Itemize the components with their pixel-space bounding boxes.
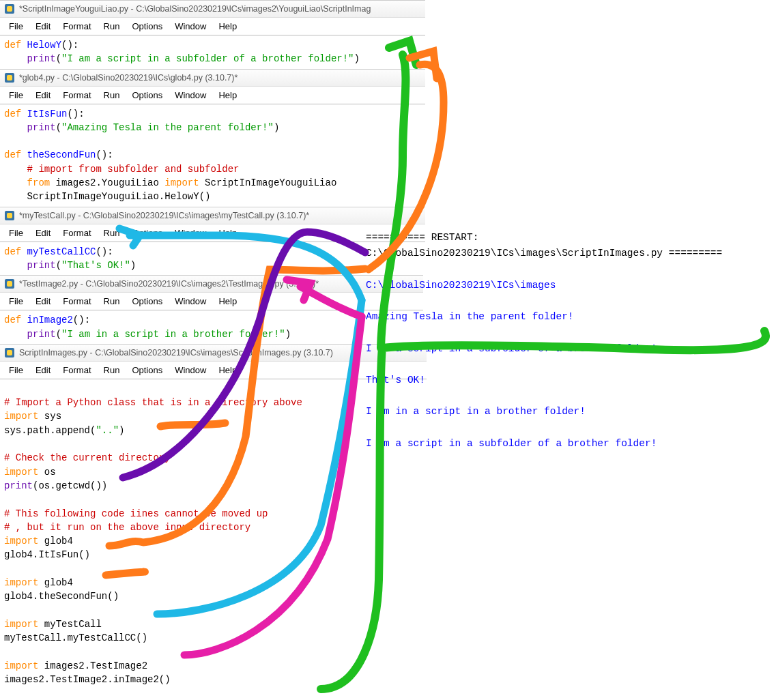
menu-window[interactable]: Window	[169, 88, 212, 102]
output-line: I am a script in a subfolder of a brothe…	[366, 436, 776, 452]
title-bar[interactable]: *TestImage2.py - C:\GlobalSino20230219\I…	[0, 276, 423, 293]
menu-options[interactable]: Options	[126, 294, 169, 308]
svg-rect-5	[7, 213, 12, 218]
window-scriptinimages: ScriptInImages.py - C:\GlobalSino2023021…	[0, 344, 427, 700]
menu-help[interactable]: Help	[212, 363, 243, 377]
menu-format[interactable]: Format	[57, 363, 97, 377]
window-title: *myTestCall.py - C:\GlobalSino20230219\I…	[19, 211, 309, 220]
menu-edit[interactable]: Edit	[29, 226, 57, 240]
menu-run[interactable]: Run	[98, 294, 126, 308]
title-bar[interactable]: *glob4.py - C:\GlobalSino20230219\ICs\gl…	[0, 70, 425, 87]
python-file-icon	[4, 278, 15, 289]
menu-format[interactable]: Format	[57, 19, 97, 33]
svg-rect-7	[7, 281, 12, 287]
window-testimage2: *TestImage2.py - C:\GlobalSino20230219\I…	[0, 275, 423, 344]
menu-file[interactable]: File	[3, 19, 29, 33]
menu-file[interactable]: File	[3, 363, 29, 377]
window-title: ScriptInImages.py - C:\GlobalSino2023021…	[19, 348, 333, 358]
code-editor[interactable]: # Import a Python class that is in a dir…	[0, 379, 427, 700]
output-line: Amazing Tesla in the parent folder!	[366, 309, 776, 325]
code-editor[interactable]: def HelowY(): print("I am a script in a …	[0, 35, 425, 69]
menu-options[interactable]: Options	[126, 363, 169, 377]
code-editor[interactable]: def myTestCallCC(): print("That's OK!")	[0, 242, 425, 276]
menu-run[interactable]: Run	[98, 363, 126, 377]
menu-run[interactable]: Run	[98, 88, 126, 102]
menu-edit[interactable]: Edit	[29, 88, 57, 102]
svg-rect-9	[7, 350, 12, 355]
menu-window[interactable]: Window	[169, 294, 212, 308]
python-file-icon	[4, 72, 15, 83]
title-bar[interactable]: ScriptInImages.py - C:\GlobalSino2023021…	[0, 345, 427, 362]
menu-bar: File Edit Format Run Options Window Help	[0, 362, 427, 379]
menu-bar: File Edit Format Run Options Window Help	[0, 87, 425, 104]
output-line: That's OK!	[366, 373, 776, 388]
window-mytestcall: *myTestCall.py - C:\GlobalSino20230219\I…	[0, 207, 425, 276]
menu-file[interactable]: File	[3, 294, 29, 308]
menu-run[interactable]: Run	[98, 19, 126, 33]
menu-bar: File Edit Format Run Options Window Help	[0, 224, 425, 242]
menu-file[interactable]: File	[3, 88, 29, 102]
python-file-icon	[4, 3, 15, 14]
menu-bar: File Edit Format Run Options Window Help	[0, 293, 423, 310]
shell-output: ========== RESTART: C:\GlobalSino2023021…	[366, 214, 776, 467]
svg-rect-1	[7, 6, 12, 12]
menu-help[interactable]: Help	[212, 19, 243, 33]
window-title: *TestImage2.py - C:\GlobalSino20230219\I…	[19, 279, 319, 289]
menu-help[interactable]: Help	[212, 88, 243, 102]
python-file-icon	[4, 347, 15, 358]
menu-window[interactable]: Window	[169, 363, 212, 377]
menu-help[interactable]: Help	[212, 294, 243, 308]
output-line: I am a script in a subfolder of a brothe…	[366, 341, 776, 357]
menu-format[interactable]: Format	[57, 226, 97, 240]
menu-options[interactable]: Options	[126, 88, 169, 102]
title-bar[interactable]: *myTestCall.py - C:\GlobalSino20230219\I…	[0, 207, 425, 224]
menu-window[interactable]: Window	[169, 19, 212, 33]
output-line: C:\GlobalSino20230219\ICs\images	[366, 278, 776, 293]
restart-banner: ========== RESTART: C:\GlobalSino2023021…	[366, 230, 776, 261]
menu-help[interactable]: Help	[212, 226, 243, 240]
menu-edit[interactable]: Edit	[29, 19, 57, 33]
menu-edit[interactable]: Edit	[29, 294, 57, 308]
output-line: I am in a script in a brother folder!	[366, 404, 776, 420]
window-glob4: *glob4.py - C:\GlobalSino20230219\ICs\gl…	[0, 69, 425, 207]
menu-window[interactable]: Window	[169, 226, 212, 240]
menu-options[interactable]: Options	[126, 226, 169, 240]
menu-run[interactable]: Run	[98, 226, 126, 240]
code-editor[interactable]: def ItIsFun(): print("Amazing Tesla in t…	[0, 104, 425, 207]
python-file-icon	[4, 210, 15, 221]
menu-format[interactable]: Format	[57, 294, 97, 308]
svg-rect-3	[7, 75, 12, 81]
menu-bar: File Edit Format Run Options Window Help	[0, 18, 425, 35]
menu-file[interactable]: File	[3, 226, 29, 240]
window-title: *glob4.py - C:\GlobalSino20230219\ICs\gl…	[19, 73, 238, 83]
title-bar[interactable]: *ScriptInImageYouguiLiao.py - C:\GlobalS…	[0, 1, 425, 18]
menu-format[interactable]: Format	[57, 88, 97, 102]
menu-options[interactable]: Options	[126, 19, 169, 33]
code-editor[interactable]: def inImage2(): print("I am in a script …	[0, 310, 423, 344]
window-scriptinimageyouguiliao: *ScriptInImageYouguiLiao.py - C:\GlobalS…	[0, 0, 425, 69]
menu-edit[interactable]: Edit	[29, 363, 57, 377]
window-title: *ScriptInImageYouguiLiao.py - C:\GlobalS…	[19, 4, 371, 14]
